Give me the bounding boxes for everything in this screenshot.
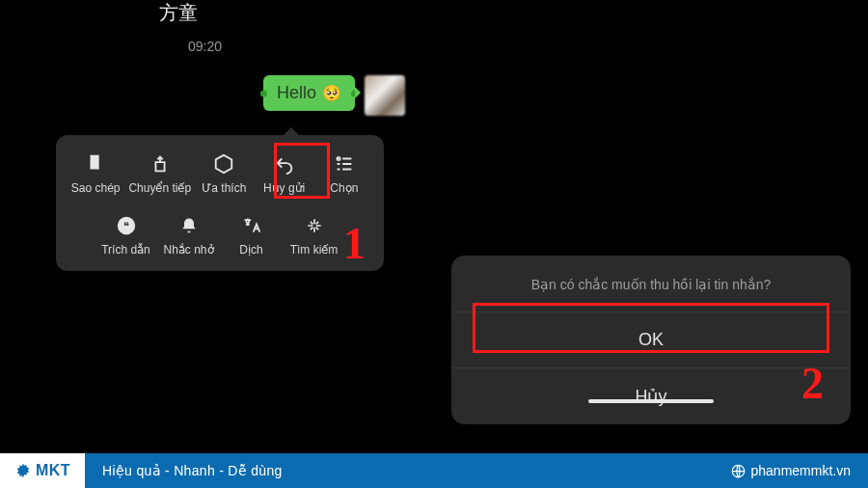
menu-label: Chuyển tiếp bbox=[128, 181, 191, 195]
favorite-icon bbox=[212, 152, 235, 176]
menu-quote[interactable]: ❝ Trích dẫn bbox=[99, 214, 153, 257]
menu-search[interactable]: Tìm kiếm bbox=[287, 214, 341, 257]
message-timestamp: 09:20 bbox=[188, 39, 222, 54]
avatar[interactable] bbox=[365, 75, 405, 116]
menu-label: Chọn bbox=[330, 181, 358, 195]
menu-favorite[interactable]: Ưa thích bbox=[197, 152, 251, 195]
forward-icon bbox=[149, 152, 172, 176]
menu-label: Trích dẫn bbox=[101, 243, 150, 257]
home-indicator[interactable] bbox=[588, 399, 714, 403]
menu-copy[interactable]: Sao chép bbox=[68, 152, 122, 195]
menu-recall[interactable]: Hủy gửi bbox=[258, 152, 312, 195]
sent-message-bubble[interactable]: Hello 🥺 bbox=[263, 75, 355, 111]
sparkle-icon bbox=[303, 214, 326, 237]
globe-icon bbox=[731, 464, 746, 478]
selection-handle-left[interactable] bbox=[260, 90, 267, 96]
menu-label: Dịch bbox=[239, 243, 262, 257]
bell-icon bbox=[177, 214, 201, 237]
logo-text: MKT bbox=[36, 462, 70, 479]
dialog-ok-button[interactable]: OK bbox=[451, 312, 851, 367]
menu-forward[interactable]: Chuyển tiếp bbox=[128, 152, 191, 195]
quote-icon: ❝ bbox=[115, 214, 138, 237]
select-icon bbox=[333, 152, 356, 176]
footer: MKT Hiệu quả - Nhanh - Dễ dùng phanmemmk… bbox=[0, 453, 868, 488]
annotation-marker-2: 2 bbox=[801, 358, 824, 409]
gear-icon bbox=[14, 462, 32, 479]
footer-site-text: phanmemmkt.vn bbox=[751, 463, 851, 478]
footer-logo: MKT bbox=[0, 453, 85, 488]
annotation-marker-1: 1 bbox=[343, 218, 366, 269]
pleading-face-emoji: 🥺 bbox=[322, 84, 341, 102]
menu-label: Hủy gửi bbox=[263, 181, 305, 195]
message-text: Hello bbox=[277, 83, 316, 103]
footer-tagline: Hiệu quả - Nhanh - Dễ dùng bbox=[102, 463, 283, 478]
footer-site[interactable]: phanmemmkt.vn bbox=[731, 463, 851, 478]
undo-icon bbox=[273, 152, 296, 176]
dialog-title: Bạn có chắc muốn thu hồi lại tin nhắn? bbox=[451, 256, 851, 312]
dialog-cancel-button[interactable]: Hủy bbox=[451, 367, 851, 424]
menu-remind[interactable]: Nhắc nhở bbox=[162, 214, 216, 257]
translate-icon bbox=[240, 214, 263, 237]
menu-label: Nhắc nhở bbox=[163, 243, 213, 257]
message-row: Hello 🥺 bbox=[263, 75, 405, 116]
contact-name: 方童 bbox=[159, 0, 198, 26]
context-menu: Sao chép Chuyển tiếp Ưa thích bbox=[56, 135, 384, 271]
menu-select[interactable]: Chọn bbox=[317, 152, 371, 195]
svg-text:❝: ❝ bbox=[123, 220, 129, 231]
right-panel: Bạn có chắc muốn thu hồi lại tin nhắn? O… bbox=[434, 0, 868, 453]
menu-label: Sao chép bbox=[71, 181, 121, 195]
menu-label: Tìm kiếm bbox=[290, 243, 339, 257]
menu-translate[interactable]: Dịch bbox=[225, 214, 279, 257]
menu-label: Ưa thích bbox=[202, 181, 246, 195]
left-panel: 方童 09:20 Hello 🥺 Sao chép bbox=[0, 0, 434, 453]
copy-icon bbox=[84, 152, 107, 176]
